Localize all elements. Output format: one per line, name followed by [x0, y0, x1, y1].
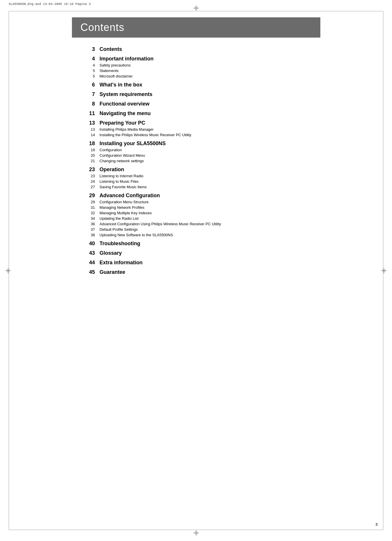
toc-entry-label: Listening to Music Files — [100, 179, 139, 184]
title-bar: Contents — [72, 17, 320, 38]
toc-entry-label: Extra information — [100, 260, 143, 266]
toc-page-num: 45 — [83, 269, 95, 275]
reg-mark-top — [193, 5, 199, 11]
toc-page-num: 4 — [83, 56, 95, 62]
toc-entry: 23Operation — [83, 167, 309, 173]
toc-page-num: 37 — [83, 227, 95, 232]
toc-page-num: 3 — [83, 46, 95, 52]
toc-entry-label: Changing network settings — [100, 159, 144, 163]
toc-entry: 4Important information — [83, 56, 309, 62]
toc-entry: 20Configuration Wizard Menu — [83, 153, 309, 158]
toc-entry-label: Glossary — [100, 250, 122, 256]
toc-entry-label: Listening to Internet Radio — [100, 174, 144, 178]
toc-page-num: 24 — [83, 179, 95, 184]
toc-page-num: 6 — [83, 82, 95, 88]
toc-entry: 6What's in the box — [83, 82, 309, 88]
content-area: Contents 3Contents4Important information… — [66, 17, 326, 276]
toc-page-num: 23 — [83, 174, 95, 178]
toc-page-num: 34 — [83, 216, 95, 221]
toc-entry: 27Saving Favorite Music Items — [83, 185, 309, 189]
toc-entry: 45Guarantee — [83, 269, 309, 275]
reg-mark-right — [381, 268, 387, 274]
toc-page-num: 32 — [83, 211, 95, 215]
toc-page-num: 36 — [83, 222, 95, 226]
toc-page-num: 8 — [83, 101, 95, 107]
toc-entry: 37Default Profile Settings — [83, 227, 309, 232]
toc-page-num: 43 — [83, 250, 95, 256]
toc-entry-label: Important information — [100, 56, 154, 62]
toc-page-num: 5 — [83, 69, 95, 73]
toc-page-num: 4 — [83, 63, 95, 67]
toc-entry-label: Microsoft disclaimer — [100, 74, 133, 78]
toc-entry: 4Safety precautions — [83, 63, 309, 67]
toc-page-num: 27 — [83, 185, 95, 189]
toc-entry: 3Contents — [83, 46, 309, 52]
border-top — [9, 11, 383, 11]
toc-entry: 29Advanced Configuration — [83, 193, 309, 199]
toc-entry: 43Glossary — [83, 250, 309, 256]
toc-entry-label: Statements — [100, 69, 119, 73]
toc-entry-label: Updating the Radio List — [100, 216, 139, 221]
toc-entry-label: Preparing Your PC — [100, 120, 145, 126]
toc-entry: 13Preparing Your PC — [83, 120, 309, 126]
toc-entry-label: Uploading New Software to the SLA5500NS — [100, 233, 173, 237]
file-info: SLA5500SN_Eng.qxd 13-04-2005 15:18 Pagin… — [9, 2, 91, 6]
toc-page-num: 18 — [83, 141, 95, 147]
reg-mark-left — [5, 268, 11, 274]
toc-entry: 40Troubleshooting — [83, 241, 309, 247]
toc-page-num: 31 — [83, 205, 95, 210]
toc-entry: 5Microsoft disclaimer — [83, 74, 309, 78]
toc-page-num: 5 — [83, 74, 95, 78]
toc-entry: 29Configuration Menu Structure — [83, 200, 309, 204]
toc-page-num: 44 — [83, 260, 95, 266]
toc-entry-label: Installing your SLA5500NS — [100, 141, 166, 147]
toc-entry-label: What's in the box — [100, 82, 142, 88]
toc-entry-label: Installing Philips Media Manager — [100, 127, 154, 132]
toc-page-num: 13 — [83, 127, 95, 132]
toc-entry: 32Managing Multiple Key Indexes — [83, 211, 309, 215]
toc-entry: 7System requirements — [83, 91, 309, 97]
toc-entry: 34Updating the Radio List — [83, 216, 309, 221]
toc-entry: 8Functional overview — [83, 101, 309, 107]
toc-entry: 13Installing Philips Media Manager — [83, 127, 309, 132]
page: SLA5500SN_Eng.qxd 13-04-2005 15:18 Pagin… — [0, 0, 392, 541]
toc-page-num: 7 — [83, 91, 95, 97]
reg-mark-bottom — [193, 530, 199, 536]
toc-page-num: 14 — [83, 133, 95, 137]
toc-entry-label: Managing Network Profiles — [100, 205, 144, 210]
toc-page-num: 13 — [83, 120, 95, 126]
toc-entry-label: Default Profile Settings — [100, 227, 138, 232]
toc-entry-label: Safety precautions — [100, 63, 131, 67]
toc-page-num: 38 — [83, 233, 95, 237]
toc-page-num: 21 — [83, 159, 95, 163]
toc-entry: 14Installing the Philips Wireless Music … — [83, 133, 309, 137]
toc-entry-label: Installing the Philips Wireless Music Re… — [100, 133, 192, 137]
page-title: Contents — [81, 21, 312, 34]
toc-page-num: 29 — [83, 200, 95, 204]
toc-entry-label: Configuration Menu Structure — [100, 200, 149, 204]
toc-entry: 5Statements — [83, 69, 309, 73]
toc-entry-label: Managing Multiple Key Indexes — [100, 211, 152, 215]
toc-entry-label: Navigating the menu — [100, 110, 151, 117]
toc-page-num: 40 — [83, 241, 95, 247]
toc-entry: 19Configuration — [83, 148, 309, 152]
toc-entry-label: Guarantee — [100, 269, 125, 275]
toc-entry: 24Listening to Music Files — [83, 179, 309, 184]
toc-entry: 38Uploading New Software to the SLA5500N… — [83, 233, 309, 237]
toc-entry: 31Managing Network Profiles — [83, 205, 309, 210]
toc-page-num: 11 — [83, 110, 95, 117]
toc-page-num: 20 — [83, 153, 95, 158]
toc-entry-label: System requirements — [100, 91, 153, 97]
toc-entry-label: Configuration — [100, 148, 122, 152]
toc-entry: 21Changing network settings — [83, 159, 309, 163]
toc-entry: 44Extra information — [83, 260, 309, 266]
toc-entry: 36Advanced Configuration Using Philips W… — [83, 222, 309, 226]
toc-page-num: 29 — [83, 193, 95, 199]
page-footer: 3 — [376, 522, 378, 527]
toc-entry-label: Advanced Configuration — [100, 193, 160, 199]
toc-entry-label: Configuration Wizard Menu — [100, 153, 145, 158]
toc-entry: 18Installing your SLA5500NS — [83, 141, 309, 147]
toc: 3Contents4Important information4Safety p… — [72, 46, 320, 275]
toc-entry-label: Functional overview — [100, 101, 150, 107]
toc-entry-label: Operation — [100, 167, 124, 173]
